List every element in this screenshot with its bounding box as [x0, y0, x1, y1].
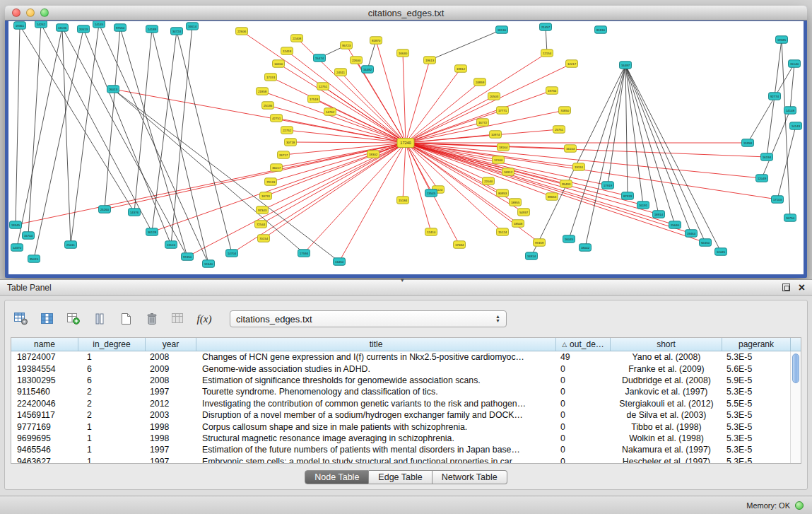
graph-node[interactable]: 17919: [602, 182, 614, 189]
graph-node[interactable]: 19734: [546, 87, 558, 95]
graph-node[interactable]: 20513: [78, 25, 90, 33]
tab-network-table[interactable]: Network Table: [433, 470, 507, 484]
graph-node[interactable]: 16191: [637, 201, 649, 209]
graph-node[interactable]: 17684: [454, 241, 466, 249]
graph-edge[interactable]: [34, 29, 83, 259]
graph-node[interactable]: 16772: [477, 119, 489, 127]
graph-edge[interactable]: [777, 126, 796, 199]
graph-edge[interactable]: [748, 64, 794, 143]
graph-node[interactable]: 30718: [285, 139, 297, 146]
table-settings-icon[interactable]: [11, 308, 32, 329]
graph-node[interactable]: 12410: [425, 228, 437, 236]
graph-node[interactable]: 97459: [534, 239, 546, 247]
graph-node[interactable]: 14262: [35, 21, 47, 28]
graph-node[interactable]: 18164: [498, 144, 510, 151]
graph-node[interactable]: 81870: [370, 37, 382, 45]
graph-edge[interactable]: [406, 90, 552, 143]
float-panel-icon[interactable]: [782, 284, 790, 291]
graph-node[interactable]: 16640: [397, 49, 409, 57]
graph-node[interactable]: 17374: [265, 74, 277, 81]
graph-edge[interactable]: [403, 53, 406, 143]
import-table-icon[interactable]: [167, 308, 189, 329]
graph-node[interactable]: 14370: [11, 244, 23, 252]
graph-edge[interactable]: [406, 143, 777, 199]
graph-node[interactable]: 12217: [566, 60, 578, 68]
graph-node[interactable]: 15640: [669, 221, 681, 229]
new-file-icon[interactable]: [115, 308, 136, 329]
window-titlebar[interactable]: citations_edges.txt: [5, 6, 807, 21]
graph-node[interactable]: 14376: [129, 209, 141, 216]
graph-node[interactable]: 92774: [769, 93, 781, 100]
graph-edge[interactable]: [406, 53, 547, 143]
graph-edge[interactable]: [406, 60, 430, 143]
graph-edge[interactable]: [585, 65, 625, 247]
graph-edge[interactable]: [406, 143, 659, 214]
graph-node[interactable]: 13450: [334, 258, 346, 266]
graph-node[interactable]: 12049: [756, 175, 768, 182]
graph-edge[interactable]: [113, 89, 406, 143]
graph-edge[interactable]: [41, 24, 152, 232]
graph-edge[interactable]: [120, 28, 187, 257]
graph-node[interactable]: 16104: [565, 145, 577, 153]
graph-edge[interactable]: [762, 110, 790, 178]
graph-node[interactable]: 34724: [171, 28, 183, 35]
graph-node[interactable]: 14200: [273, 60, 285, 68]
graph-node[interactable]: 18130: [496, 26, 508, 34]
zoom-window-button[interactable]: [40, 8, 49, 17]
table-vertical-scrollbar[interactable]: [790, 351, 801, 463]
graph-node[interactable]: 14145: [93, 21, 105, 28]
graph-edge[interactable]: [339, 143, 406, 262]
graph-node[interactable]: 19464: [686, 230, 698, 238]
graph-node[interactable]: 97450: [182, 253, 194, 261]
graph-edge[interactable]: [625, 65, 675, 225]
graph-node[interactable]: 15124: [497, 228, 509, 236]
graph-node[interactable]: 25751: [553, 126, 565, 134]
close-panel-icon[interactable]: ×: [799, 283, 805, 293]
graph-node[interactable]: 97550: [114, 24, 126, 32]
graph-node[interactable]: 18731: [260, 192, 272, 200]
graph-node[interactable]: 22752: [281, 127, 293, 134]
graph-node[interactable]: 16487: [620, 62, 632, 69]
graph-node[interactable]: 13545: [425, 189, 437, 197]
column-header-in-degree[interactable]: in_degree: [78, 338, 146, 351]
table-row[interactable]: 911546021997Tourette syndrome. Phenomeno…: [11, 386, 789, 397]
graph-node[interactable]: 26013: [107, 86, 119, 93]
table-row[interactable]: 1938455462009Genome-wide association stu…: [11, 363, 789, 374]
graph-node[interactable]: 17594: [298, 250, 310, 257]
graph-edge[interactable]: [16, 143, 406, 225]
minimize-window-button[interactable]: [26, 8, 35, 17]
graph-node[interactable]: 19345: [10, 221, 22, 229]
graph-node[interactable]: 25011: [65, 241, 77, 249]
graph-node[interactable]: 19613: [424, 57, 436, 64]
graph-node[interactable]: 16482: [362, 66, 374, 74]
table-row[interactable]: 1830029562008Estimation of significance …: [11, 375, 789, 386]
column-icon[interactable]: [89, 308, 110, 329]
graph-node[interactable]: 19812: [455, 65, 467, 73]
column-header-pagerank[interactable]: pagerank: [722, 338, 791, 351]
graph-edge[interactable]: [314, 99, 406, 143]
graph-edge[interactable]: [430, 30, 502, 60]
graph-edge[interactable]: [406, 69, 461, 143]
graph-node[interactable]: 18914: [653, 211, 665, 218]
graph-edge[interactable]: [406, 110, 565, 143]
graph-edge[interactable]: [330, 112, 406, 143]
graph-node[interactable]: 24511: [335, 69, 347, 76]
graph-node[interactable]: 80953: [497, 189, 509, 197]
graph-edge[interactable]: [83, 29, 171, 245]
table-row[interactable]: 969969511998Structural magnetic resonanc…: [11, 433, 789, 444]
graph-node[interactable]: 22408: [291, 35, 303, 42]
graph-node[interactable]: 25136: [262, 102, 274, 110]
graph-node[interactable]: 17771: [497, 107, 509, 115]
graph-edge[interactable]: [62, 28, 187, 257]
graph-node[interactable]: 18042: [579, 244, 592, 252]
column-header-name[interactable]: name: [11, 338, 78, 351]
graph-edge[interactable]: [406, 64, 572, 143]
graph-node[interactable]: 18548: [512, 220, 524, 228]
graph-edge[interactable]: [406, 143, 675, 225]
graph-node[interactable]: 20503: [488, 93, 500, 100]
table-row[interactable]: 946362711997Embryonic stem cells: a mode…: [11, 456, 789, 464]
graph-node[interactable]: 14704: [226, 250, 238, 257]
graph-edge[interactable]: [406, 129, 559, 143]
graph-node[interactable]: 74850: [559, 107, 571, 115]
column-header-short[interactable]: short: [611, 338, 722, 351]
